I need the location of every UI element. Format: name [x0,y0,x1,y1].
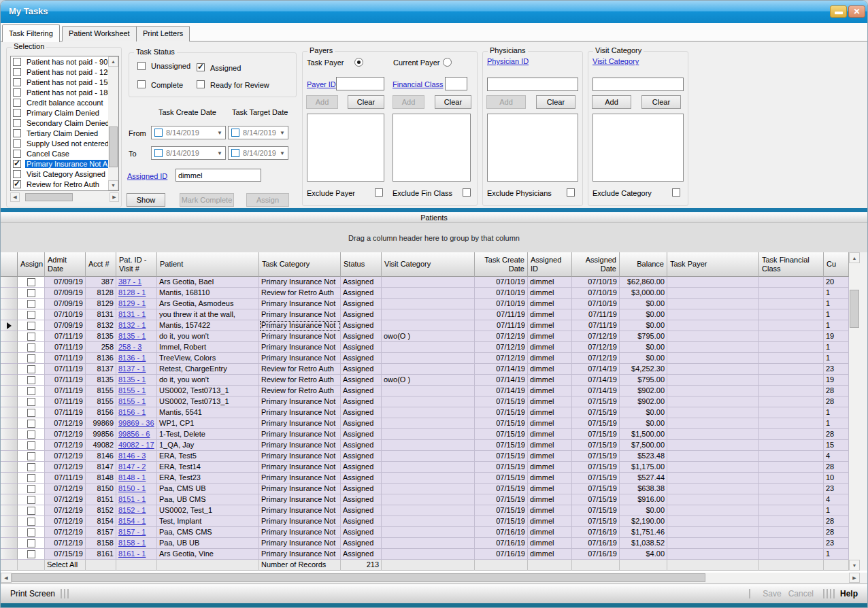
patient-visit-link[interactable]: 8154 - 1 [118,517,146,525]
grid-column-header[interactable]: Task Create Date [475,252,528,277]
group-by-band[interactable]: Drag a column header here to group by th… [1,223,867,252]
scroll-up-icon[interactable]: ▲ [849,252,860,263]
payer-id-link[interactable]: Payer ID [307,80,336,88]
payer-id-input[interactable] [336,77,384,90]
table-row[interactable]: 07/12/1981528152 - 1US0002, Test_1Primar… [1,505,849,516]
scroll-left-icon[interactable]: ◀ [1,573,12,583]
patient-visit-link[interactable]: 8147 - 2 [118,462,146,471]
date-enable-checkbox[interactable] [231,149,239,157]
scroll-thumb[interactable] [12,573,705,582]
patient-visit-link[interactable]: 8156 - 1 [118,408,146,416]
physician-id-link[interactable]: Physician ID [487,57,529,65]
row-assign-checkbox[interactable] [27,485,35,493]
row-assign-checkbox[interactable] [27,300,35,308]
table-row[interactable]: 07/11/1981558155 - 1US0002, Test0713_1Re… [1,386,849,396]
table-row[interactable]: 07/12/1981548154 - 1Test, ImplantPrimary… [1,516,849,527]
table-row[interactable]: 07/11/1981488148 - 1ERA, Test23Primary I… [1,473,849,484]
patient-visit-link[interactable]: 8137 - 1 [118,365,146,373]
grid-column-header[interactable]: Status [341,252,382,277]
scroll-down-icon[interactable]: ▼ [108,180,118,190]
selection-item-checkbox[interactable] [13,139,21,148]
fin-class-clear-button[interactable]: Clear [435,95,471,109]
grid-horizontal-scrollbar[interactable]: ◀ ▶ [1,573,860,583]
physician-clear-button[interactable]: Clear [536,95,575,109]
scroll-right-icon[interactable]: ▶ [849,573,860,583]
mark-complete-button[interactable]: Mark Complete [180,193,234,207]
selection-list-item[interactable]: Review for Retro Auth [11,179,118,189]
patient-visit-link[interactable]: 8151 - 1 [118,495,146,503]
scroll-thumb[interactable] [109,126,118,167]
row-assign-checkbox[interactable] [27,398,35,406]
fin-class-add-button[interactable]: Add [393,95,424,109]
grid-column-header[interactable]: Acct # [86,252,116,277]
scroll-down-icon[interactable]: ▼ [849,560,860,571]
selection-list-item[interactable]: Credit balance account [11,97,118,107]
selection-list-item[interactable]: Secondary Claim Denied [11,118,118,128]
selection-item-checkbox[interactable] [13,119,21,127]
patient-visit-link[interactable]: 8152 - 1 [118,506,146,514]
selection-vertical-scrollbar[interactable]: ▲ ▼ [108,56,118,190]
row-assign-checkbox[interactable] [27,463,35,471]
patient-visit-link[interactable]: 8158 - 1 [118,539,146,547]
row-assign-checkbox[interactable] [27,333,35,341]
tab-task-filtering[interactable]: Task Filtering [2,24,60,42]
visit-category-add-button[interactable]: Add [592,95,631,109]
row-assign-checkbox[interactable] [27,474,35,482]
exclude-category-checkbox[interactable] [672,188,680,197]
row-assign-checkbox[interactable] [27,387,35,395]
selection-item-checkbox[interactable] [13,58,21,66]
close-button[interactable]: ✕ [848,5,865,18]
patient-visit-link[interactable]: 8129 - 1 [118,299,146,307]
row-assign-checkbox[interactable] [27,452,35,460]
patient-visit-link[interactable]: 8155 - 1 [118,397,146,405]
row-assign-checkbox[interactable] [27,518,35,526]
patient-visit-link[interactable]: 258 - 3 [118,343,141,351]
fin-class-listbox[interactable] [393,114,471,182]
table-row[interactable]: 07/12/1981588158 - 1Paa, UB UBPrimary In… [1,538,849,549]
selection-item-checkbox[interactable] [13,99,21,107]
grid-column-header[interactable]: Assign [18,252,45,277]
selection-list-item[interactable]: Patient has not paid - 150 d [11,77,118,87]
table-row[interactable]: 07/11/19258258 - 3Immel, RobertPrimary I… [1,342,849,353]
grid-column-header[interactable]: Pat. ID - Visit # [116,252,157,277]
patient-visit-link[interactable]: 387 - 1 [118,277,141,286]
assign-button[interactable]: Assign [246,193,289,207]
patient-visit-link[interactable]: 99856 - 6 [118,430,150,438]
financial-class-input[interactable] [445,77,467,90]
target-date-to-picker[interactable]: 8/14/2019 ▼ [228,146,288,160]
patient-visit-link[interactable]: 99869 - 36 [118,419,154,427]
row-assign-checkbox[interactable] [27,420,35,428]
cancel-button[interactable]: Cancel [788,589,814,598]
scroll-thumb[interactable] [850,290,859,328]
table-row[interactable]: 07/09/1981328132 - 1Mantis, 157422Primar… [1,320,849,331]
assigned-id-input[interactable] [176,169,261,182]
table-row[interactable]: 07/12/1981508150 - 1Paa, CMS UBPrimary I… [1,484,849,494]
row-assign-checkbox[interactable] [27,365,35,373]
selection-list-item[interactable]: Visit Category Assigned [11,169,118,179]
row-assign-checkbox[interactable] [27,441,35,450]
date-enable-checkbox[interactable] [154,149,163,157]
grid-column-header[interactable]: Patient [157,252,259,277]
select-all-button[interactable]: Select All [45,560,86,571]
grid-column-header[interactable]: Admit Date [45,252,86,277]
ready-for-review-checkbox[interactable] [197,80,205,88]
row-assign-checkbox[interactable] [27,354,35,362]
table-row[interactable]: 07/09/1981298129 - 1Ars Geotia, Asmodeus… [1,299,849,309]
current-payer-radio[interactable] [443,58,452,67]
table-row[interactable]: 07/09/19387387 - 1Ars Geotia, BaelPrimar… [1,277,849,288]
scroll-left-icon[interactable]: ◀ [10,192,20,202]
selection-item-checkbox[interactable] [13,160,21,168]
visit-category-listbox[interactable] [592,114,684,182]
visit-category-input[interactable] [592,78,684,91]
selection-list-item[interactable]: Primary Claim Denied [11,107,118,118]
selection-item-checkbox[interactable] [13,150,21,158]
scroll-right-icon[interactable]: ▶ [110,192,119,202]
visit-category-link[interactable]: Visit Category [592,57,639,65]
table-row[interactable]: 07/12/1981468146 - 3ERA, Test5Primary In… [1,451,849,462]
print-screen-button[interactable]: Print Screen [10,589,55,598]
payer-add-button[interactable]: Add [306,95,338,109]
table-row[interactable]: 07/12/1981578157 - 1Paa, CMS CMSPrimary … [1,527,849,538]
row-assign-checkbox[interactable] [27,278,35,286]
row-assign-checkbox[interactable] [27,550,35,558]
grid-column-header[interactable]: Task Category [259,252,341,277]
